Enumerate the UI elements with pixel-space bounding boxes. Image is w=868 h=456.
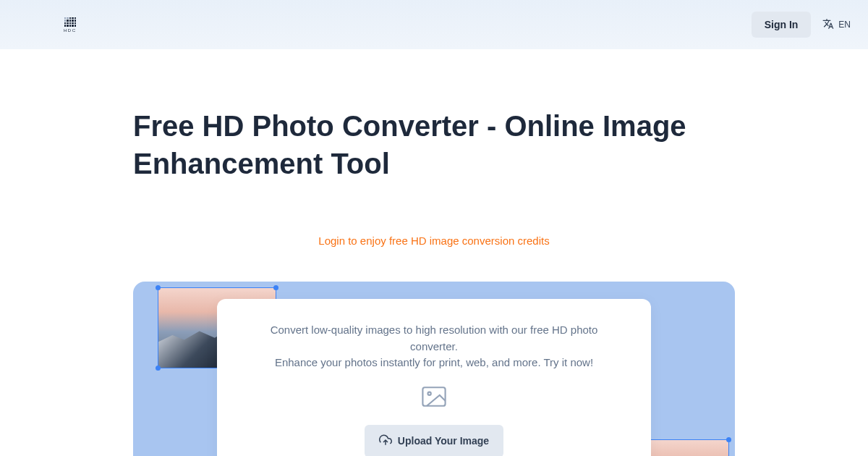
upload-button[interactable]: Upload Your Image: [365, 425, 503, 457]
login-prompt-link[interactable]: Login to enjoy free HD image conversion …: [133, 235, 735, 247]
language-code: EN: [838, 20, 851, 30]
translate-icon: [822, 18, 834, 32]
cloud-upload-icon: [379, 434, 392, 449]
upload-card[interactable]: Convert low-quality images to high resol…: [217, 299, 651, 456]
header: HDC Sign In EN: [0, 0, 868, 49]
upload-section: Convert low-quality images to high resol…: [133, 282, 735, 456]
sign-in-button[interactable]: Sign In: [752, 12, 812, 38]
header-actions: Sign In EN: [752, 12, 851, 38]
logo-icon: [64, 17, 77, 27]
language-selector[interactable]: EN: [822, 18, 851, 32]
svg-point-1: [428, 392, 431, 394]
image-placeholder-icon: [422, 386, 446, 410]
logo[interactable]: HDC: [64, 17, 77, 33]
logo-text: HDC: [64, 28, 77, 33]
main-content: Free HD Photo Converter - Online Image E…: [0, 107, 868, 456]
upload-description: Convert low-quality images to high resol…: [252, 322, 616, 371]
page-title: Free HD Photo Converter - Online Image E…: [133, 107, 735, 182]
upload-button-label: Upload Your Image: [398, 435, 489, 447]
